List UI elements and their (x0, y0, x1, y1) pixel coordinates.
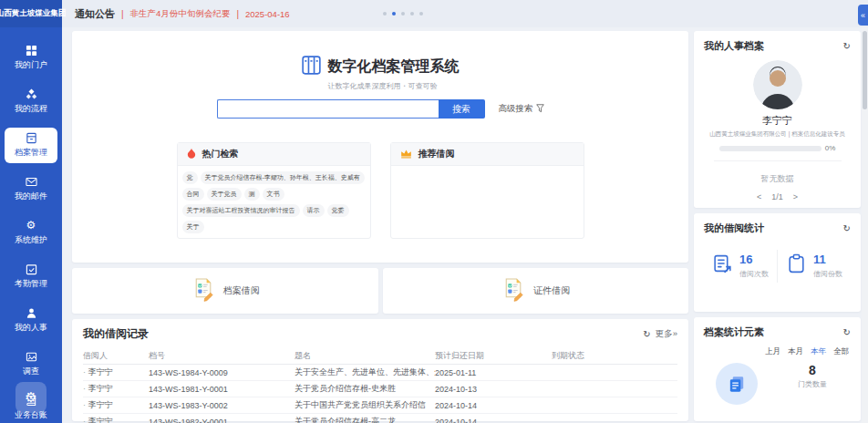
person-icon (26, 306, 37, 319)
hot-search-panel: 热门检索 党 关于党员介绍信存根-李耀功、孙年根、王长福、史威有 合同 关于党员… (177, 142, 371, 239)
hot-search-tag[interactable]: 党委 (327, 204, 349, 217)
recommend-panel: 推荐借阅 (390, 142, 584, 239)
personnel-card: 我的人事档案 ↻ 李宁宁 山西黄土坡煤业集团有限公司 | 档案信息化建设专员 0… (694, 31, 861, 208)
refresh-icon[interactable]: ↻ (843, 327, 851, 337)
recommend-empty-body (391, 166, 584, 177)
sidebar-item-mail[interactable]: 我的邮件 (5, 171, 57, 207)
borrow-stats-card: 我的借阅统计 ↻ 16 借阅次数 11 (694, 213, 861, 312)
carousel-dot-active[interactable] (392, 12, 396, 15)
table-row[interactable]: 李宁宁 143-WS-1983-Y-0002 关于中国共产党党员组织关系介绍信 … (83, 397, 677, 414)
page-subtitle: 让数字化成果深度利用・可查可验 (328, 81, 460, 91)
hot-search-tag[interactable]: 关于对寨运站工程投资情况的审计报告 (182, 204, 300, 217)
borrow-records-card: 我的借阅记录 ↻ 更多» 借阅人 档号 题名 预计归还日期 到期状态 (72, 319, 688, 421)
hot-search-tag[interactable]: 党 (182, 171, 198, 184)
category-docs-icon[interactable] (716, 363, 758, 405)
carousel-dot[interactable] (401, 12, 405, 15)
scrollbar-thumb[interactable] (863, 31, 867, 109)
archive-stats-card: 档案统计元素 ↻ 上月 本月 本年 全部 8 门类数量 (694, 317, 861, 421)
carousel-dot[interactable] (419, 12, 423, 15)
notice-link[interactable]: 非生产4月份中旬例会纪要 (130, 8, 231, 20)
sidebar-item-attendance[interactable]: 考勤管理 (5, 259, 57, 294)
settings-button[interactable]: ⚙ (16, 382, 46, 413)
table-row[interactable]: 李宁宁 143-WS-1984-Y-0009 关于安全生产、先进单位、先进集体、… (83, 365, 677, 381)
filter-all[interactable]: 全部 (833, 346, 849, 357)
search-input[interactable] (217, 99, 439, 119)
sidebar-item-portal[interactable]: 我的门户 (5, 40, 57, 76)
user-name: 李宁宁 (762, 114, 792, 128)
hero-card: 数字化档案管理系统 让数字化成果深度利用・可查可验 搜索 高级搜索 (72, 31, 688, 263)
hero-panels: 热门检索 党 关于党员介绍信存根-李耀功、孙年根、王长福、史威有 合同 关于党员… (177, 142, 584, 239)
sidebar-item-process[interactable]: 我的流程 (5, 84, 57, 119)
borrow-copies-stat[interactable]: 11 借阅份数 (778, 253, 851, 279)
filter-this-year[interactable]: 本年 (811, 346, 826, 357)
user-org: 山西黄土坡煤业集团有限公司 | 档案信息化建设专员 (709, 130, 844, 139)
company-logo: 山西黄土坡煤业集团 (0, 0, 62, 27)
page-scrollbar (862, 27, 868, 423)
personnel-title: 我的人事档案 (704, 39, 764, 53)
flow-diamond-icon (26, 88, 37, 100)
portal-grid-icon (26, 44, 37, 57)
collapse-panel-button[interactable]: « (858, 5, 868, 26)
category-count-label: 门类数量 (798, 379, 827, 389)
borrow-count-stat[interactable]: 16 借阅次数 (704, 253, 777, 279)
carousel-dot[interactable] (410, 12, 414, 15)
right-column: 我的人事档案 ↻ 李宁宁 山西黄土坡煤业集团有限公司 | 档案信息化建设专员 0… (694, 31, 861, 421)
filter-last-month[interactable]: 上月 (765, 346, 780, 357)
search-bar: 搜索 高级搜索 (217, 99, 544, 119)
refresh-icon[interactable]: ↻ (843, 223, 851, 233)
prev-page-button[interactable]: < (757, 192, 761, 201)
borrow-records-table: 借阅人 档号 题名 预计归还日期 到期状态 李宁宁 143-WS-1984-Y-… (83, 348, 677, 423)
notice-label: 通知公告 (75, 7, 115, 21)
funnel-icon (536, 104, 544, 115)
clipboard-icon (786, 253, 807, 278)
gear-icon: ⚙ (26, 219, 36, 232)
recommend-title: 推荐借阅 (418, 148, 455, 160)
filter-this-month[interactable]: 本月 (788, 346, 803, 357)
next-page-button[interactable]: > (793, 192, 798, 201)
sidebar-nav: 我的门户 我的流程 档案管理 我的邮件 ⚙ 系统维护 考勤管理 (0, 27, 62, 423)
sidebar-item-maintenance[interactable]: ⚙ 系统维护 (5, 215, 57, 251)
sidebar-item-archive[interactable]: 档案管理 (5, 128, 57, 163)
table-row[interactable]: 李宁宁 143-WS-1981-Y-0001 关于党员介绍信存根-史来胜 202… (83, 381, 677, 397)
borrow-copies-value: 11 (813, 253, 842, 266)
hot-search-tag[interactable]: 关于党员介绍信存根-李耀功、孙年根、王长福、史威有 (201, 171, 365, 184)
gear-icon: ⚙ (25, 389, 36, 406)
hot-search-tag[interactable]: 文书 (263, 188, 284, 201)
notice-date: 2025-04-16 (245, 9, 290, 19)
hot-search-tag[interactable]: 测 (244, 188, 260, 201)
archive-borrow-label: 档案借阅 (223, 284, 260, 297)
hot-search-tag[interactable]: 合同 (182, 188, 204, 201)
page-title: 数字化档案管理系统 (328, 57, 460, 77)
progress-bar (719, 146, 822, 151)
certificate-borrow-banner[interactable]: 证件借阅 (383, 268, 689, 314)
document-arrow-icon (712, 253, 733, 278)
calendar-check-icon (26, 263, 37, 275)
avatar[interactable] (753, 60, 802, 109)
hot-search-tag[interactable]: 关于党员 (207, 188, 242, 201)
divider: | (121, 9, 124, 19)
refresh-icon[interactable]: ↻ (843, 41, 851, 51)
notice-carousel-dots (383, 12, 423, 15)
table-row[interactable]: 李宁宁 143-WS-1982-Y-0001 关于党员介绍信存根-高二龙 202… (83, 414, 677, 423)
certificate-borrow-label: 证件借阅 (533, 284, 570, 297)
more-link[interactable]: 更多» (656, 328, 677, 340)
archive-borrow-banner[interactable]: 档案借阅 (72, 268, 378, 314)
archive-cabinet-icon (26, 131, 37, 144)
image-survey-icon (26, 350, 37, 363)
sidebar-item-survey[interactable]: 调查 (5, 346, 57, 382)
sidebar-item-personnel[interactable]: 我的人事 (5, 303, 57, 338)
search-button[interactable]: 搜索 (439, 99, 485, 119)
document-pencil-icon (501, 277, 525, 305)
hot-search-tag[interactable]: 请示 (303, 204, 325, 217)
document-pencil-icon (191, 277, 215, 305)
borrow-count-label: 借阅次数 (739, 269, 769, 279)
category-count-value: 8 (809, 363, 816, 377)
advanced-search-link[interactable]: 高级搜索 (499, 103, 544, 115)
app-root: 山西黄土坡煤业集团 我的门户 我的流程 档案管理 我的邮件 ⚙ 系统维护 (0, 0, 868, 423)
refresh-icon[interactable]: ↻ (643, 329, 650, 339)
divider: | (236, 9, 239, 19)
hot-search-tag[interactable]: 关于 (182, 221, 204, 233)
borrow-count-value: 16 (739, 253, 769, 266)
carousel-dot[interactable] (383, 12, 387, 15)
progress-percent: 0% (825, 144, 836, 152)
